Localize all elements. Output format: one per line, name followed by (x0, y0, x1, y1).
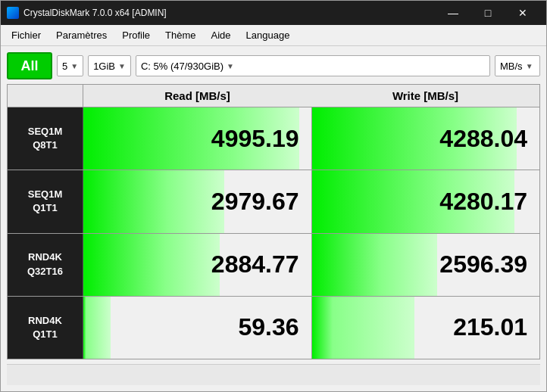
menu-aide[interactable]: Aide (204, 26, 239, 44)
all-button[interactable]: All (7, 52, 52, 79)
title-bar: CrystalDiskMark 7.0.0 x64 [ADMIN] — □ ✕ (1, 1, 546, 25)
write-cell-2: 2596.39 (312, 234, 540, 296)
menu-fichier[interactable]: Fichier (4, 26, 48, 44)
row-cells-3: 59.36 215.01 (83, 297, 539, 359)
read-bg-2 (83, 234, 220, 296)
table-rows: SEQ1M Q8T1 4995.19 4288.04 SEQ1M Q1T1 (8, 107, 539, 359)
data-table: Read [MB/s] Write [MB/s] SEQ1M Q8T1 4995… (7, 84, 540, 359)
row-label-2: RND4K Q32T16 (8, 234, 83, 296)
menu-language[interactable]: Language (239, 26, 298, 44)
write-value-1: 4280.17 (439, 188, 527, 216)
footer (7, 364, 540, 385)
main-content: All 5 ▼ 1GiB ▼ C: 5% (47/930GiB) ▼ MB/s … (1, 46, 546, 391)
passes-value: 5 (62, 61, 67, 72)
write-value-2: 2596.39 (439, 250, 527, 278)
table-row: SEQ1M Q1T1 2979.67 4280.17 (8, 170, 539, 233)
controls-row: All 5 ▼ 1GiB ▼ C: 5% (47/930GiB) ▼ MB/s … (7, 52, 540, 79)
read-value-1: 2979.67 (211, 188, 299, 216)
read-cell-2: 2884.77 (83, 234, 312, 296)
drive-value: C: 5% (47/930GiB) (141, 61, 223, 72)
menu-bar: Fichier Paramètres Profile Thème Aide La… (1, 25, 546, 46)
row-label-3: RND4K Q1T1 (8, 297, 83, 359)
write-bg-3 (312, 297, 414, 359)
write-value-0: 4288.04 (439, 125, 527, 153)
row-cells-0: 4995.19 4288.04 (83, 107, 539, 170)
size-dropdown[interactable]: 1GiB ▼ (88, 55, 131, 76)
close-button[interactable]: ✕ (505, 1, 540, 25)
read-value-2: 2884.77 (211, 250, 299, 278)
minimize-button[interactable]: — (436, 1, 470, 25)
size-value: 1GiB (93, 61, 115, 72)
write-bg-2 (312, 234, 437, 296)
write-value-3: 215.01 (453, 313, 527, 341)
read-cell-3: 59.36 (83, 297, 312, 359)
window-title: CrystalDiskMark 7.0.0 x64 [ADMIN] (23, 8, 436, 18)
drive-arrow: ▼ (227, 62, 234, 70)
passes-dropdown[interactable]: 5 ▼ (57, 55, 83, 76)
write-header: Write [MB/s] (311, 85, 539, 107)
table-row: SEQ1M Q8T1 4995.19 4288.04 (8, 107, 539, 170)
drive-dropdown[interactable]: C: 5% (47/930GiB) ▼ (136, 55, 490, 76)
header-spacer (8, 85, 83, 107)
write-cell-3: 215.01 (312, 297, 540, 359)
app-window: CrystalDiskMark 7.0.0 x64 [ADMIN] — □ ✕ … (0, 0, 547, 392)
menu-theme[interactable]: Thème (158, 26, 203, 44)
unit-value: MB/s (500, 61, 523, 72)
read-cell-1: 2979.67 (83, 170, 312, 232)
row-cells-1: 2979.67 4280.17 (83, 170, 539, 232)
read-value-3: 59.36 (238, 313, 299, 341)
unit-arrow: ▼ (526, 62, 533, 70)
table-row: RND4K Q1T1 59.36 215.01 (8, 297, 539, 359)
menu-parametres[interactable]: Paramètres (48, 26, 114, 44)
write-cell-0: 4288.04 (312, 107, 540, 170)
passes-arrow: ▼ (70, 62, 78, 70)
table-header: Read [MB/s] Write [MB/s] (8, 85, 539, 107)
unit-dropdown[interactable]: MB/s ▼ (495, 55, 540, 76)
app-icon (7, 7, 19, 19)
table-row: RND4K Q32T16 2884.77 2596.39 (8, 234, 539, 297)
maximize-button[interactable]: □ (470, 1, 505, 25)
window-controls: — □ ✕ (436, 1, 540, 25)
read-cell-0: 4995.19 (83, 107, 312, 170)
read-value-0: 4995.19 (211, 125, 299, 153)
read-bg-1 (83, 170, 224, 232)
menu-profile[interactable]: Profile (114, 26, 158, 44)
row-label-1: SEQ1M Q1T1 (8, 170, 83, 232)
size-arrow: ▼ (118, 62, 126, 70)
read-bg-3 (83, 297, 111, 359)
row-label-0: SEQ1M Q8T1 (8, 107, 83, 170)
read-header: Read [MB/s] (83, 85, 311, 107)
row-cells-2: 2884.77 2596.39 (83, 234, 539, 296)
write-cell-1: 4280.17 (312, 170, 540, 232)
